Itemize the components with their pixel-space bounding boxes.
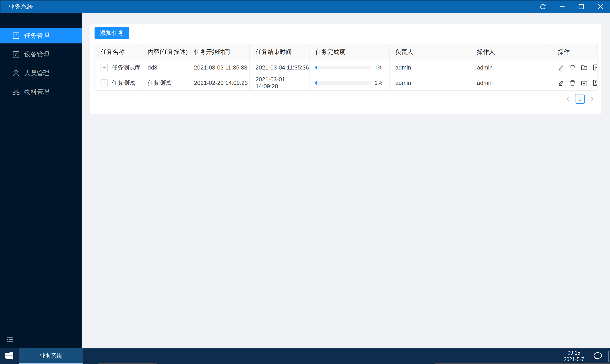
sidebar-item-label: 任务管理 (24, 31, 49, 40)
progress-label: 1% (375, 64, 382, 71)
task-start-time: 2021-02-20 14:09:23 (188, 75, 250, 91)
desktop-screen: 业务系统 (0, 0, 610, 364)
row-actions (552, 60, 597, 75)
expand-row-button[interactable]: + (101, 79, 108, 86)
table-row: + 任务测试fff dd3 2021-03-03 11:35:33 2021-0… (95, 60, 597, 75)
window-title: 业务系统 (9, 3, 33, 11)
maximize-button[interactable] (572, 0, 591, 13)
sidebar-item-label: 设备管理 (24, 50, 49, 59)
minimize-button[interactable] (553, 0, 572, 13)
progress-track (315, 66, 371, 69)
table-row: + 任务测试 任务测试 2021-02-20 14:09:23 2021-03-… (95, 75, 597, 91)
pagination: 1 (564, 94, 596, 104)
task-progress: 1% (315, 64, 389, 71)
chat-bubble-icon[interactable] (593, 351, 603, 361)
clock-time: 09:15 (564, 350, 584, 356)
main-content: 添加任务 任务名称 内容(任务描述) 任务开始时间 任务结束时间 任务完成度 负… (81, 13, 610, 348)
sidebar-item-personnel-management[interactable]: 人员管理 (0, 65, 81, 81)
file-done-icon[interactable] (592, 64, 597, 71)
delete-icon[interactable] (569, 64, 576, 71)
task-progress: 1% (315, 80, 389, 86)
table-header-row: 任务名称 内容(任务描述) 任务开始时间 任务结束时间 任务完成度 负责人 操作… (95, 44, 597, 60)
user-icon (12, 69, 20, 77)
taskbar-clock[interactable]: 09:15 2021-5-7 (564, 350, 584, 363)
file-done-icon[interactable] (592, 79, 597, 86)
menu-fold-icon (6, 340, 15, 344)
sidebar-item-label: 人员管理 (24, 69, 49, 77)
refresh-icon (540, 3, 546, 10)
task-operator: admin (471, 75, 552, 91)
task-operator: admin (471, 60, 552, 75)
next-page-button[interactable] (588, 94, 596, 103)
task-end-time: 2021-03-04 11:35:36 (250, 60, 310, 75)
cluster-icon (12, 88, 20, 96)
sidebar: 任务管理 设备管理 (0, 13, 81, 348)
sidebar-item-device-management[interactable]: 设备管理 (0, 47, 81, 62)
project-icon (12, 32, 20, 39)
progress-label: 1% (375, 80, 382, 86)
column-header: 负责人 (390, 44, 471, 60)
column-header: 内容(任务描述) (142, 44, 188, 60)
delete-icon[interactable] (569, 79, 576, 86)
taskbar-separator (609, 351, 609, 362)
progress-fill (315, 66, 317, 69)
task-table: 任务名称 内容(任务描述) 任务开始时间 任务结束时间 任务完成度 负责人 操作… (95, 44, 597, 91)
task-start-time: 2021-03-03 11:35:33 (188, 60, 250, 75)
task-name: 任务测试fff (112, 64, 140, 72)
add-task-button[interactable]: 添加任务 (95, 27, 129, 39)
window-titlebar: 业务系统 (0, 0, 610, 13)
taskbar-app-item[interactable]: 业务系统 (19, 348, 83, 364)
background-window-strip (98, 363, 157, 364)
previous-page-button[interactable] (564, 94, 572, 103)
edit-icon[interactable] (558, 79, 564, 86)
column-header: 任务名称 (95, 44, 142, 60)
task-description: dd3 (142, 60, 188, 75)
folder-add-icon[interactable] (581, 79, 587, 86)
folder-add-icon[interactable] (581, 64, 587, 71)
refresh-button[interactable] (533, 0, 553, 13)
progress-track (315, 81, 371, 85)
start-button[interactable] (5, 352, 14, 360)
minimize-icon (559, 3, 565, 10)
edit-icon[interactable] (558, 64, 564, 71)
windows-start-icon (5, 352, 14, 360)
background-window-strip (435, 363, 610, 364)
maximize-icon (578, 3, 584, 10)
taskbar: 业务系统 09:15 2021-5-7 (0, 348, 610, 364)
close-icon (597, 3, 604, 10)
column-header: 任务开始时间 (188, 44, 250, 60)
expand-row-button[interactable]: + (101, 64, 108, 71)
task-owner: admin (390, 75, 471, 91)
column-header: 任务完成度 (310, 44, 390, 60)
sidebar-item-task-management[interactable]: 任务管理 (0, 28, 81, 43)
task-end-time: 2021-03-01 14:09:28 (250, 75, 310, 91)
page-number[interactable]: 1 (575, 94, 584, 104)
clock-date: 2021-5-7 (564, 356, 584, 363)
control-icon (12, 51, 20, 58)
taskbar-app-label: 业务系统 (40, 352, 62, 360)
sidebar-collapse-button[interactable] (6, 336, 15, 343)
sidebar-menu: 任务管理 设备管理 (0, 28, 81, 103)
task-name: 任务测试 (112, 79, 135, 87)
sidebar-item-label: 物料管理 (24, 88, 49, 96)
window-controls (533, 0, 610, 13)
column-header: 操作人 (471, 44, 552, 60)
row-actions (552, 75, 597, 91)
close-button[interactable] (591, 0, 610, 13)
task-description: 任务测试 (142, 75, 188, 91)
column-header: 操作 (552, 44, 597, 60)
sidebar-item-material-management[interactable]: 物料管理 (0, 84, 81, 100)
column-header: 任务结束时间 (250, 44, 310, 60)
progress-fill (315, 81, 317, 85)
task-owner: admin (390, 60, 471, 75)
task-panel: 添加任务 任务名称 内容(任务描述) 任务开始时间 任务结束时间 任务完成度 负… (90, 24, 601, 114)
